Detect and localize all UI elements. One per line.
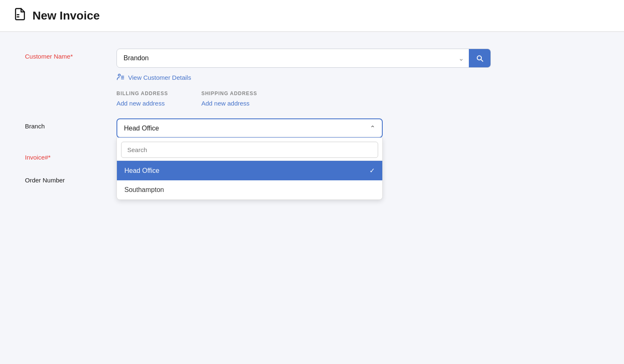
billing-address-label: BILLING ADDRESS [116, 91, 168, 96]
shipping-address-block: SHIPPING ADDRESS Add new address [201, 91, 257, 107]
address-section: BILLING ADDRESS Add new address SHIPPING… [116, 91, 491, 107]
add-billing-address-link[interactable]: Add new address [116, 100, 168, 107]
branch-select-wrapper: Head Office ⌃ Head Office ✓ Southam [116, 118, 383, 138]
customer-name-field: ⌄ View Custo [116, 49, 491, 107]
customer-name-label: Customer Name* [25, 49, 116, 60]
order-number-label: Order Number [25, 172, 116, 184]
dropdown-item-southampton[interactable]: Southampton [117, 180, 382, 199]
view-customer-label: View Customer Details [128, 74, 191, 81]
branch-field: Head Office ⌃ Head Office ✓ Southam [116, 118, 491, 138]
main-content: Customer Name* ⌄ [0, 32, 624, 212]
dropdown-search-input[interactable] [121, 142, 378, 158]
customer-name-row: Customer Name* ⌄ [25, 49, 599, 107]
add-shipping-address-link[interactable]: Add new address [201, 100, 257, 107]
page-header: New Invoice [0, 0, 624, 32]
invoice-label: Invoice#* [25, 150, 116, 161]
branch-select-trigger[interactable]: Head Office ⌃ [116, 118, 383, 138]
check-icon: ✓ [369, 167, 375, 175]
branch-row: Branch Head Office ⌃ Head Office ✓ [25, 118, 599, 138]
customer-input-wrapper: ⌄ [116, 49, 491, 68]
person-list-icon [116, 73, 125, 82]
dropdown-search-wrapper [117, 138, 382, 161]
view-customer-link[interactable]: View Customer Details [116, 73, 491, 82]
chevron-down-icon[interactable]: ⌄ [453, 54, 469, 62]
customer-name-input[interactable] [117, 49, 453, 67]
branch-label: Branch [25, 118, 116, 130]
branch-dropdown: Head Office ✓ Southampton [116, 138, 383, 200]
chevron-up-icon: ⌃ [370, 124, 375, 132]
dropdown-item-head-office[interactable]: Head Office ✓ [117, 161, 382, 180]
dropdown-item-label: Southampton [124, 186, 164, 194]
branch-selected-value: Head Office [124, 125, 159, 132]
shipping-address-label: SHIPPING ADDRESS [201, 91, 257, 96]
billing-address-block: BILLING ADDRESS Add new address [116, 91, 168, 107]
dropdown-list: Head Office ✓ Southampton [117, 161, 382, 199]
page-title: New Invoice [32, 9, 100, 22]
search-button[interactable] [469, 49, 490, 67]
invoice-icon [13, 7, 27, 24]
svg-point-2 [118, 74, 120, 76]
dropdown-item-label: Head Office [124, 167, 159, 175]
